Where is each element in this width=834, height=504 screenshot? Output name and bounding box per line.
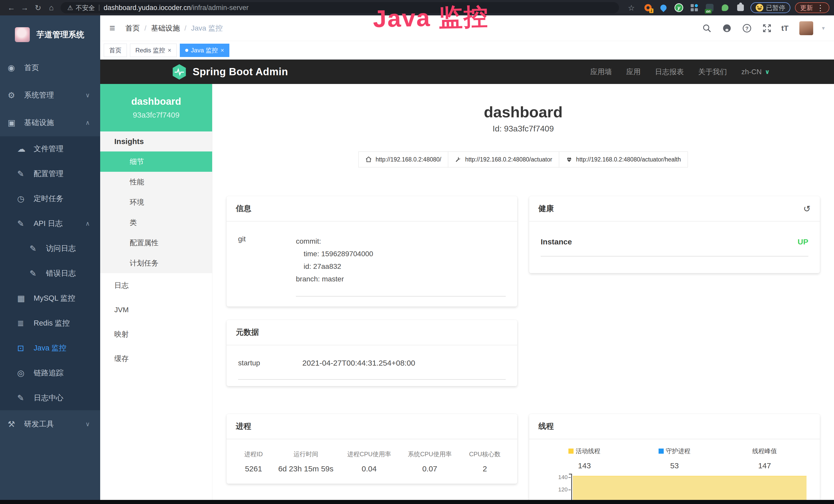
sidebar-item-config[interactable]: ✎ 配置管理 [0,161,100,186]
paused-button[interactable]: 已暂停 [750,2,790,13]
health-row[interactable]: Instance UP [541,237,808,256]
forward-icon[interactable]: → [18,3,31,12]
info-value: commit: time: 1596289704000 id: 27aa832 … [296,235,506,297]
instance-tab-jvm[interactable]: JVM [100,298,212,322]
github-icon[interactable] [721,23,732,34]
status-badge: UP [797,237,808,246]
extension-y-icon[interactable]: y [674,2,684,13]
sidebar-item-infra[interactable]: ▣ 基础设施 ∧ [0,109,100,136]
instance-tab-details[interactable]: 细节 [100,152,212,172]
chart-plot-area [571,474,807,500]
home-icon[interactable]: ⌂ [45,3,58,12]
sidebar-item-access-log[interactable]: ✎ 访问日志 [0,236,100,261]
process-card: 进程 进程ID5261 运行时间6d 23h 15m 59s 进程CPU使用率0… [226,414,517,484]
instance-tab-logfile[interactable]: 日志 [100,273,212,298]
extension-leaf-icon[interactable] [720,2,730,13]
sidebar-item-file[interactable]: ☁ 文件管理 [0,136,100,161]
instance-name: dashboard [131,96,181,107]
not-secure-label: 不安全 [75,4,95,12]
col-proc-cpu-value: 0.04 [339,464,399,473]
extensions-puzzle-icon[interactable] [735,2,746,13]
instance-id: 93a3fc7f7409 [133,111,179,119]
instance-tab-scheduled[interactable]: 计划任务 [100,253,212,273]
sba-nav-wallboard[interactable]: 应用墙 [590,67,612,77]
cards-row-2: 元数据 startup 2021-04-27T00:44:31.254+08:0… [226,320,820,386]
sba-header: Spring Boot Admin 应用墙 应用 日志报表 关于我们 zh-CN… [100,60,834,84]
browser-chrome: ← → ↻ ⌂ ⚠ 不安全 dashboard.yudao.iocoder.cn… [0,0,834,16]
tab-home[interactable]: 首页 [104,44,127,57]
update-button[interactable]: 更新 ⋮ [795,2,829,13]
instance-detail: dashboard Id: 93a3fc7f7409 http://192.16… [213,84,834,500]
user-avatar[interactable] [799,21,813,35]
instance-tab-mappings[interactable]: 映射 [100,322,212,346]
browser-menu-icon[interactable]: ⋮ [816,3,824,12]
extension-switch-icon[interactable]: on [704,2,715,13]
url-host: dashboard.yudao.iocoder.cn [104,4,191,12]
log-icon: ✎ [29,244,46,253]
database-icon: ▦ [17,294,34,303]
col-pid-value: 5261 [234,464,273,473]
search-icon[interactable] [701,23,712,34]
breadcrumb-home[interactable]: 首页 [125,23,140,33]
sba-nav-applications[interactable]: 应用 [626,67,641,77]
sba-nav-journal[interactable]: 日志报表 [655,67,684,77]
sidebar-item-mysql[interactable]: ▦ MySQL 监控 [0,286,100,311]
help-icon[interactable]: ? [741,23,752,34]
sba-brand[interactable]: Spring Boot Admin [172,64,288,80]
timer-icon: ◷ [17,194,34,204]
bookmark-star-icon[interactable]: ☆ [625,3,638,12]
cards-row-3: 进程 进程ID5261 运行时间6d 23h 15m 59s 进程CPU使用率0… [226,414,820,500]
instance-tab-configprops[interactable]: 配置属性 [100,233,212,253]
extension-grid-icon[interactable] [689,2,700,13]
instance-tab-classes[interactable]: 类 [100,212,212,233]
reload-icon[interactable]: ↻ [31,3,45,12]
sidebar-item-java[interactable]: ⊡ Java 监控 [0,336,100,361]
instance-tab-caches[interactable]: 缓存 [100,346,212,371]
instance-tab-metrics[interactable]: 性能 [100,172,212,192]
sidebar-item-system[interactable]: ⚙ 系统管理 ∨ [0,82,100,109]
extension-pin-icon[interactable] [658,2,669,13]
user-caret-icon[interactable]: ▾ [822,25,825,31]
breadcrumb-current: Java 监控 [191,23,223,33]
actuator-url-link[interactable]: http://192.168.0.2:48080/actuator [448,152,559,167]
tab-redis[interactable]: Redis 监控 × [130,44,177,57]
sba-nav-about[interactable]: 关于我们 [698,67,727,77]
page-id: Id: 93a3fc7f7409 [213,124,834,134]
sidebar: 芋道管理系统 ◉ 首页 ⚙ 系统管理 ∨ ▣ 基础设施 ∧ ☁ 文件管理 ✎ [0,16,100,500]
legend-square-live [568,449,574,454]
instance-tab-env[interactable]: 环境 [100,192,212,212]
sidebar-item-job[interactable]: ◷ 定时任务 [0,186,100,211]
log-icon: ✎ [17,393,34,403]
address-bar[interactable]: ⚠ 不安全 dashboard.yudao.iocoder.cn /infra/… [61,2,619,13]
sba-logo-icon [172,64,186,80]
sidebar-item-log-center[interactable]: ✎ 日志中心 [0,385,100,410]
chevron-down-icon: ∨ [85,420,90,428]
service-url-link[interactable]: http://192.168.0.2:48080/ [358,152,448,167]
fullscreen-icon[interactable] [761,23,773,34]
chevron-up-icon: ∧ [85,119,90,126]
instance-links: http://192.168.0.2:48080/ http://192.168… [213,152,834,167]
back-icon[interactable]: ← [5,3,18,12]
health-url-link[interactable]: http://192.168.0.2:48080/actuator/health [559,152,688,167]
breadcrumb-infra[interactable]: 基础设施 [151,23,180,33]
text-size-icon[interactable]: tT [781,24,789,32]
close-icon[interactable]: × [168,47,171,54]
sidebar-item-redis[interactable]: ≣ Redis 监控 [0,311,100,336]
close-icon[interactable]: × [220,47,224,54]
instance-header[interactable]: dashboard 93a3fc7f7409 [100,84,212,132]
card-title-health: 健康 [539,203,554,214]
main-column: ≡ 首页 / 基础设施 / Java 监控 ? [100,16,834,500]
sidebar-item-devtools[interactable]: ⚒ 研发工具 ∨ [0,410,100,438]
sba-language-select[interactable]: zh-CN ∨ [741,68,770,76]
sidebar-item-error-log[interactable]: ✎ 错误日志 [0,261,100,286]
sidebar-item-api-log[interactable]: ✎ API 日志 ∧ [0,211,100,236]
dashboard-icon: ◉ [8,63,24,73]
history-icon[interactable]: ↺ [804,204,811,214]
sidebar-item-home[interactable]: ◉ 首页 [0,54,100,82]
sidebar-item-trace[interactable]: ◎ 链路追踪 [0,361,100,385]
tab-java[interactable]: Java 监控 × [180,44,229,57]
live-threads-area [573,476,807,500]
extension-orange-icon[interactable]: 1 [643,2,654,13]
hamburger-icon[interactable]: ≡ [105,23,120,33]
app-logo-row: 芋道管理系统 [0,16,100,54]
